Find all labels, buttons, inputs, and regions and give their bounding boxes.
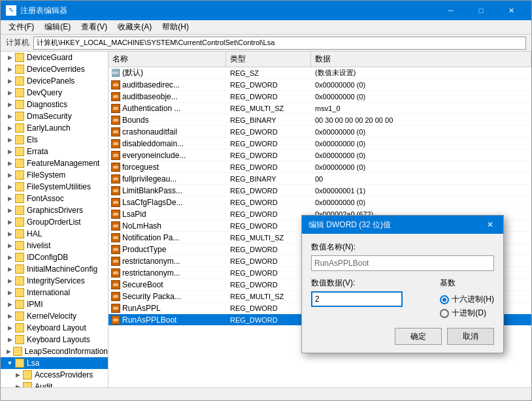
tree-arrow: ▶ bbox=[6, 265, 14, 273]
folder-icon bbox=[15, 159, 24, 168]
address-input[interactable] bbox=[33, 37, 526, 50]
tree-item-devicepanels[interactable]: ▶ DevicePanels bbox=[1, 75, 108, 87]
row-name: fullprivilegeau... bbox=[122, 174, 176, 184]
radio-hex-dot bbox=[442, 298, 446, 302]
menu-view[interactable]: 查看(V) bbox=[76, 20, 112, 34]
list-cell-name: ab NoLmHash bbox=[108, 221, 226, 231]
title-bar: ✎ 注册表编辑器 ─ □ ✕ bbox=[1, 1, 531, 20]
tree-item-audit[interactable]: ▶ Audit bbox=[1, 381, 108, 387]
row-name: ProductType bbox=[122, 245, 166, 254]
tree-item-leapsecondinformation[interactable]: ▶ LeapSecondInformation bbox=[1, 345, 108, 357]
folder-icon bbox=[15, 53, 24, 62]
tree-item-grouporderlist[interactable]: ▶ GroupOrderList bbox=[1, 216, 108, 228]
list-cell-name: ab forceguest bbox=[108, 163, 226, 172]
registry-editor-window: ✎ 注册表编辑器 ─ □ ✕ 文件(F) 编辑(E) 查看(V) 收藏夹(A) … bbox=[0, 0, 532, 401]
row-data: 0x00000000 (0) bbox=[311, 93, 531, 101]
tree-item-devquery[interactable]: ▶ DevQuery bbox=[1, 87, 108, 99]
reg-icon: ab bbox=[111, 151, 120, 160]
row-type: REG_DWORD bbox=[226, 269, 311, 277]
table-row[interactable]: ab everyoneinclude... REG_DWORD 0x000000… bbox=[108, 150, 531, 161]
tree-item-els[interactable]: ▶ Els bbox=[1, 134, 108, 146]
reg-icon: ab bbox=[111, 280, 120, 289]
close-button[interactable]: ✕ bbox=[496, 1, 526, 20]
tree-item-graphicsdrivers[interactable]: ▶ GraphicsDrivers bbox=[1, 204, 108, 216]
table-row[interactable]: ab Authentication ... REG_MULTI_SZ msv1_… bbox=[108, 103, 531, 114]
tree-item-label: hivelist bbox=[27, 241, 51, 250]
tree-item-errata[interactable]: ▶ Errata bbox=[1, 146, 108, 157]
tree-item-deviceguard[interactable]: ▶ DeviceGuard bbox=[1, 52, 108, 63]
tree-item-featuremanagement[interactable]: ▶ FeatureManagement bbox=[1, 157, 108, 169]
tree-item-label: DmaSecurity bbox=[27, 112, 72, 121]
table-row[interactable]: ab LsaCfgFlagsDe... REG_DWORD 0x00000000… bbox=[108, 197, 531, 208]
tree-item-diagnostics[interactable]: ▶ Diagnostics bbox=[1, 99, 108, 110]
table-row[interactable]: 🔤 (默认) REG_SZ (数值未设置) bbox=[108, 67, 531, 79]
tree-item-fontassoc[interactable]: ▶ FontAssoc bbox=[1, 193, 108, 204]
table-row[interactable]: ab disableddomain... REG_DWORD 0x0000000… bbox=[108, 138, 531, 150]
tree-item-accessproviders[interactable]: ▶ AccessProviders bbox=[1, 369, 108, 381]
status-bar bbox=[1, 387, 531, 400]
table-row[interactable]: ab forceguest REG_DWORD 0x00000000 (0) bbox=[108, 161, 531, 173]
list-cell-name: ab LsaPid bbox=[108, 210, 226, 219]
tree-item-filesystem[interactable]: ▶ FileSystem bbox=[1, 169, 108, 181]
reg-icon: ab bbox=[111, 221, 120, 231]
row-type: REG_DWORD bbox=[226, 140, 311, 148]
tree-arrow: ▶ bbox=[6, 289, 14, 297]
list-cell-name: ab LsaCfgFlagsDe... bbox=[108, 198, 226, 207]
maximize-button[interactable]: □ bbox=[466, 1, 496, 20]
tree-item-ipmi[interactable]: ▶ IPMI bbox=[1, 298, 108, 310]
modal-value-input[interactable] bbox=[311, 291, 403, 307]
row-type: REG_DWORD bbox=[226, 222, 311, 230]
tree-item-keyboard-layouts[interactable]: ▶ Keyboard Layouts bbox=[1, 334, 108, 345]
modal-name-input[interactable] bbox=[311, 255, 494, 271]
tree-item-earlylaunch[interactable]: ▶ EarlyLaunch bbox=[1, 122, 108, 134]
row-name: restrictanonym... bbox=[122, 268, 180, 278]
tree-item-integrityservices[interactable]: ▶ IntegrityServices bbox=[1, 275, 108, 287]
table-row[interactable]: ab Bounds REG_BINARY 00 30 00 00 00 20 0… bbox=[108, 114, 531, 126]
menu-file[interactable]: 文件(F) bbox=[3, 20, 39, 34]
tree-item-dmasecurity[interactable]: ▶ DmaSecurity bbox=[1, 110, 108, 122]
table-row[interactable]: ab fullprivilegeau... REG_BINARY 00 bbox=[108, 173, 531, 185]
row-type: REG_DWORD bbox=[226, 304, 311, 312]
row-type: REG_MULTI_SZ bbox=[226, 104, 311, 112]
tree-item-hal[interactable]: ▶ HAL bbox=[1, 228, 108, 240]
tree-item-deviceoverrides[interactable]: ▶ DeviceOverrides bbox=[1, 63, 108, 75]
minimize-button[interactable]: ─ bbox=[436, 1, 466, 20]
radio-hex[interactable]: 十六进制(H) bbox=[440, 294, 494, 305]
row-data: msv1_0 bbox=[311, 104, 531, 112]
folder-icon bbox=[15, 335, 24, 344]
tree-item-label: Lsa bbox=[27, 359, 39, 368]
tree-item-idconfigdb[interactable]: ▶ IDConfigDB bbox=[1, 251, 108, 263]
tree-item-international[interactable]: ▶ International bbox=[1, 287, 108, 298]
folder-icon bbox=[15, 276, 24, 285]
tree-item-hivelist[interactable]: ▶ hivelist bbox=[1, 240, 108, 251]
list-cell-name: ab auditbasedirec... bbox=[108, 80, 226, 89]
menu-favorites[interactable]: 收藏夹(A) bbox=[112, 20, 157, 34]
table-row[interactable]: ab crashonauditfail REG_DWORD 0x00000000… bbox=[108, 126, 531, 138]
tree-item-label: Diagnostics bbox=[27, 100, 67, 109]
menu-help[interactable]: 帮助(H) bbox=[157, 20, 194, 34]
reg-icon: ab bbox=[111, 315, 120, 325]
row-type: REG_DWORD bbox=[226, 316, 311, 324]
tree-item-initialmachineconfig[interactable]: ▶ InitialMachineConfig bbox=[1, 263, 108, 275]
tree-item-label: DevicePanels bbox=[27, 76, 75, 86]
table-row[interactable]: ab LimitBlankPass... REG_DWORD 0x0000000… bbox=[108, 185, 531, 197]
table-row[interactable]: ab auditbasedirec... REG_DWORD 0x0000000… bbox=[108, 79, 531, 91]
row-type: REG_DWORD bbox=[226, 81, 311, 89]
row-data: 00 30 00 00 00 20 00 00 bbox=[311, 116, 531, 124]
tree-item-filesystemutilities[interactable]: ▶ FileSystemUtilities bbox=[1, 181, 108, 193]
header-name: 名称 bbox=[108, 52, 226, 67]
row-type: REG_DWORD bbox=[226, 199, 311, 206]
tree-item-kernelvelocity[interactable]: ▶ KernelVelocity bbox=[1, 310, 108, 322]
modal-ok-button[interactable]: 确定 bbox=[395, 328, 442, 345]
radio-dec[interactable]: 十进制(D) bbox=[440, 308, 494, 319]
table-row[interactable]: ab auditbaseobje... REG_DWORD 0x00000000… bbox=[108, 91, 531, 103]
tree-arrow: ▶ bbox=[6, 336, 14, 344]
tree-arrow: ▶ bbox=[14, 383, 22, 387]
modal-cancel-button[interactable]: 取消 bbox=[447, 328, 494, 345]
row-type: REG_DWORD bbox=[226, 187, 311, 195]
menu-edit[interactable]: 编辑(E) bbox=[39, 20, 76, 34]
tree-item-keyboard-layout[interactable]: ▶ Keyboard Layout bbox=[1, 322, 108, 334]
tree-item-label: AccessProviders bbox=[35, 370, 93, 379]
modal-close-button[interactable]: ✕ bbox=[484, 218, 497, 231]
tree-item-lsa[interactable]: ▼ Lsa bbox=[1, 357, 108, 369]
